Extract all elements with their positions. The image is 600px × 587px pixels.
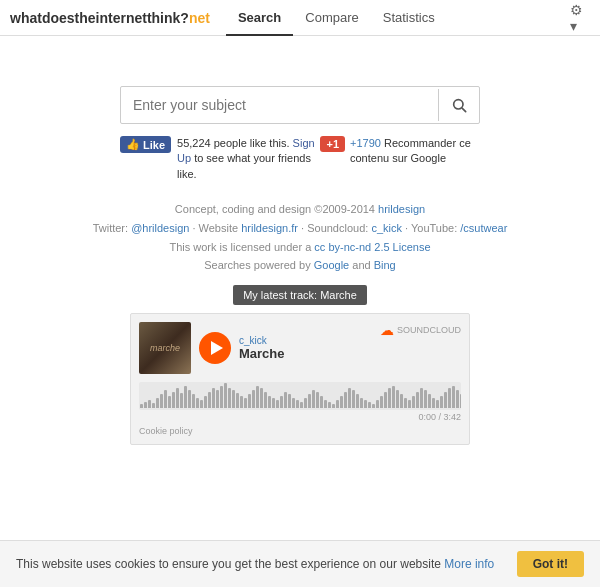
soundcloud-label: SOUNDCLOUD bbox=[397, 325, 461, 335]
waveform-bars bbox=[139, 382, 461, 410]
settings-icon[interactable]: ⚙ ▾ bbox=[570, 8, 590, 28]
search-container bbox=[120, 86, 480, 124]
soundcloud-link[interactable]: c_kick bbox=[371, 222, 402, 234]
google-link[interactable]: Google bbox=[314, 259, 349, 271]
facebook-like-button[interactable]: 👍 Like bbox=[120, 136, 171, 153]
youtube-link[interactable]: /csutwear bbox=[460, 222, 507, 234]
gplus-button[interactable]: +1 bbox=[320, 136, 345, 152]
fb-count: 55,224 people like this. bbox=[177, 137, 290, 149]
credits-line2: Twitter: @hrildesign · Website hrildesig… bbox=[93, 219, 508, 238]
facebook-like-section: 👍 Like 55,224 people like this. Sign Up … bbox=[120, 136, 317, 182]
gplus-count: +1790 bbox=[350, 137, 381, 149]
nav-tab-compare[interactable]: Compare bbox=[293, 0, 370, 36]
logo-accent: net bbox=[189, 10, 210, 26]
logo-text: whatdoestheinternetthink? bbox=[10, 10, 189, 26]
latest-track-button[interactable]: My latest track: Marche bbox=[233, 285, 367, 305]
main-content: 👍 Like 55,224 people like this. Sign Up … bbox=[0, 36, 600, 445]
fb-like-label: Like bbox=[143, 139, 165, 151]
search-input[interactable] bbox=[121, 87, 438, 123]
album-art: marche bbox=[139, 322, 191, 374]
time-display: 0:00 / 3:42 bbox=[139, 412, 461, 422]
thumb-icon: 👍 bbox=[126, 138, 140, 151]
cookie-accept-button[interactable]: Got it! bbox=[517, 551, 584, 577]
player-top: marche c_kick Marche ☁ SOUNDCLOUD bbox=[139, 322, 461, 374]
album-art-image: marche bbox=[139, 322, 191, 374]
svg-point-0 bbox=[454, 100, 463, 109]
gplus-text: +1790 Recommander ce contenu sur Google bbox=[350, 136, 480, 167]
credits-line1: Concept, coding and design ©2009-2014 hr… bbox=[93, 200, 508, 219]
social-row: 👍 Like 55,224 people like this. Sign Up … bbox=[120, 136, 480, 182]
hrildesign-link[interactable]: hrildesign bbox=[378, 203, 425, 215]
cookie-banner-text: This website uses cookies to ensure you … bbox=[16, 557, 505, 571]
cookie-more-info-link[interactable]: More info bbox=[444, 557, 494, 571]
nav-tab-statistics[interactable]: Statistics bbox=[371, 0, 447, 36]
gplus-section: +1 +1790 Recommander ce contenu sur Goog… bbox=[320, 136, 480, 167]
track-title: Marche bbox=[239, 346, 372, 361]
license-line: This work is licensed under a cc by-nc-n… bbox=[93, 238, 508, 257]
fb-count-text: 55,224 people like this. Sign Up to see … bbox=[177, 136, 317, 182]
license-link[interactable]: cc by-nc-nd 2.5 License bbox=[314, 241, 430, 253]
site-logo: whatdoestheinternetthink?net bbox=[10, 10, 210, 26]
waveform[interactable] bbox=[139, 382, 461, 410]
track-artist[interactable]: c_kick bbox=[239, 335, 372, 346]
cookie-banner: This website uses cookies to ensure you … bbox=[0, 540, 600, 587]
twitter-link[interactable]: @hrildesign bbox=[131, 222, 189, 234]
track-info: c_kick Marche bbox=[239, 335, 372, 361]
search-icon bbox=[451, 97, 467, 113]
powered-by-line: Searches powered by Google and Bing bbox=[93, 256, 508, 275]
soundcloud-player: marche c_kick Marche ☁ SOUNDCLOUD 0:00 /… bbox=[130, 313, 470, 445]
main-nav: Search Compare Statistics bbox=[226, 0, 447, 35]
plus-icon: +1 bbox=[326, 138, 339, 150]
website-link[interactable]: hrildesign.fr bbox=[241, 222, 298, 234]
header-right: ⚙ ▾ bbox=[570, 8, 590, 28]
credits-section: Concept, coding and design ©2009-2014 hr… bbox=[93, 200, 508, 275]
fb-signup-suffix: to see what your friends like. bbox=[177, 152, 311, 179]
soundcloud-icon: ☁ bbox=[380, 322, 394, 338]
bing-link[interactable]: Bing bbox=[374, 259, 396, 271]
cookie-banner-message: This website uses cookies to ensure you … bbox=[16, 557, 441, 571]
soundcloud-logo: ☁ SOUNDCLOUD bbox=[380, 322, 461, 338]
play-button[interactable] bbox=[199, 332, 231, 364]
search-button[interactable] bbox=[438, 89, 479, 121]
cookie-policy-text[interactable]: Cookie policy bbox=[139, 426, 193, 436]
play-triangle-icon bbox=[211, 341, 223, 355]
svg-line-1 bbox=[462, 108, 465, 111]
nav-tab-search[interactable]: Search bbox=[226, 0, 293, 36]
site-header: whatdoestheinternetthink?net Search Comp… bbox=[0, 0, 600, 36]
